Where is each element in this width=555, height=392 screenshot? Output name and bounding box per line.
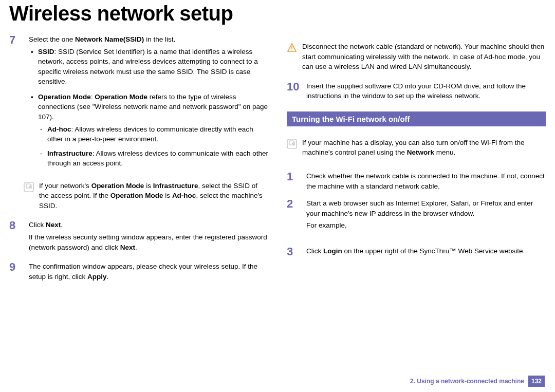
step-body: Check whether the network cable is conne… [306, 171, 546, 191]
step8-line1: Click Next. [29, 220, 268, 230]
step-number: 3 [287, 246, 301, 257]
step-10: 10 Insert the supplied software CD into … [287, 81, 546, 101]
dash-infrastructure: Infrastructure: Allows wireless devices … [38, 148, 268, 169]
step-body: Click Next. If the wireless security set… [29, 220, 268, 254]
step-body: Start a web browser such as Internet Exp… [306, 198, 546, 233]
warning-icon [287, 43, 297, 53]
step-8: 8 Click Next. If the wireless security s… [9, 220, 268, 254]
tip-body: If your machine has a display, you can a… [302, 138, 546, 158]
footer-page-number: 132 [528, 376, 545, 387]
dash-adhoc: Ad-hoc: Allows wireless devices to commu… [38, 124, 268, 144]
page-title: Wireless network setup [9, 2, 546, 25]
note-icon [24, 182, 34, 192]
step2-line1: Start a web browser such as Internet Exp… [306, 198, 546, 218]
step-number: 9 [9, 262, 24, 284]
tip-display: If your machine has a display, you can a… [287, 138, 546, 158]
content-columns: 7 Select the one Network Name(SSID) in t… [9, 34, 546, 291]
step9-text: The confirmation window appears, please … [29, 262, 268, 282]
note-icon [287, 139, 297, 149]
step-body: Click Login on the upper right of the Sy… [306, 246, 546, 257]
step2-line2: For example, [306, 220, 546, 231]
page-footer: 2. Using a network-connected machine 132 [410, 376, 545, 387]
step8-line2: If the wireless security setting window … [29, 232, 268, 252]
step-body: Insert the supplied software CD into you… [306, 81, 546, 101]
footer-chapter: 2. Using a network-connected machine [410, 378, 528, 385]
step-1: 1 Check whether the network cable is con… [287, 171, 546, 191]
step-number: 10 [287, 81, 301, 101]
right-column: Disconnect the network cable (standard o… [287, 34, 546, 291]
step-9: 9 The confirmation window appears, pleas… [9, 262, 268, 284]
step-number: 1 [287, 171, 301, 191]
bullet-operation-mode: Operation Mode: Operation Mode refers to… [29, 92, 268, 169]
note-body: If your network's Operation Mode is Infr… [39, 181, 268, 211]
note-operation-mode: If your network's Operation Mode is Infr… [24, 181, 268, 211]
step-number: 7 [9, 34, 24, 174]
step-3: 3 Click Login on the upper right of the … [287, 246, 546, 257]
warning-body: Disconnect the network cable (standard o… [302, 42, 546, 72]
step-body: The confirmation window appears, please … [29, 262, 268, 284]
bullet-ssid: SSID: SSID (Service Set Identifier) is a… [29, 47, 268, 87]
svg-point-2 [291, 50, 292, 51]
step-7: 7 Select the one Network Name(SSID) in t… [9, 34, 268, 174]
step-number: 8 [9, 220, 24, 254]
step-number: 2 [287, 198, 301, 233]
step-2: 2 Start a web browser such as Internet E… [287, 198, 546, 233]
left-column: 7 Select the one Network Name(SSID) in t… [9, 34, 268, 291]
step-body: Select the one Network Name(SSID) in the… [29, 34, 268, 174]
warning-disconnect: Disconnect the network cable (standard o… [287, 42, 546, 72]
step7-intro: Select the one Network Name(SSID) in the… [29, 34, 268, 45]
section-heading: Turning the Wi-Fi network on/off [287, 111, 546, 126]
